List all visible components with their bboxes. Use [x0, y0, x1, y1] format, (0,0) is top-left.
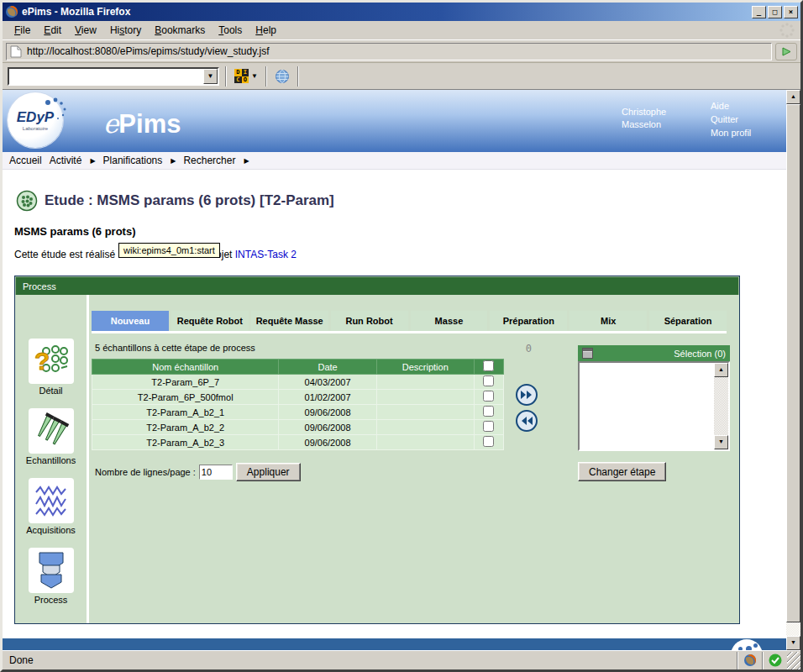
menu-tools[interactable]: Tools — [212, 22, 249, 39]
status-text: Done — [3, 654, 737, 666]
nav-accueil[interactable]: Accueil — [9, 155, 42, 166]
url-field[interactable]: http://localhost:8080/ePims/epims/study/… — [6, 43, 772, 60]
dico-button[interactable]: DICO ▼ — [233, 67, 260, 85]
go-button[interactable] — [775, 43, 797, 60]
search-input[interactable] — [9, 69, 203, 84]
double-arrow-left-icon — [520, 416, 533, 426]
sidebar-label: Process — [15, 595, 87, 605]
tab-preparation[interactable]: Préparation — [490, 311, 567, 331]
change-step-button[interactable]: Changer étape — [578, 462, 666, 481]
selection-actions: Changer étape — [578, 462, 730, 481]
move-right-button[interactable] — [516, 384, 538, 406]
sidebar-label: Echantillons — [15, 455, 87, 465]
firefox-status-button[interactable] — [737, 652, 762, 669]
col-header-description[interactable]: Description — [376, 360, 474, 375]
tab-masse[interactable]: Masse — [411, 311, 488, 331]
selection-header: Sélection (0) — [578, 345, 730, 361]
page-title: Etude : MSMS params (6 prots) [T2-Param] — [45, 192, 334, 209]
col-header-date[interactable]: Date — [279, 360, 376, 375]
firefox-icon — [5, 5, 18, 18]
project-link[interactable]: INTAS-Task 2 — [235, 249, 297, 260]
row-checkbox[interactable] — [483, 391, 494, 402]
dico-dropdown-icon[interactable]: ▼ — [251, 72, 258, 80]
description-prefix: Cette étude est réalisé — [14, 249, 115, 260]
scroll-up-icon[interactable]: ▲ — [714, 363, 728, 377]
tab-requete-masse[interactable]: Requête Masse — [251, 311, 328, 331]
security-status-button[interactable] — [762, 652, 787, 669]
tab-mix[interactable]: Mix — [569, 311, 647, 331]
page-content: Etude : MSMS params (6 prots) [T2-Param]… — [3, 190, 786, 624]
tab-requete-robot[interactable]: Requête Robot — [171, 311, 249, 331]
link-mon-profil[interactable]: Mon profil — [711, 126, 751, 139]
footer-edyp-logo — [731, 639, 763, 650]
svg-text:?: ? — [34, 347, 50, 375]
scroll-down-icon[interactable]: ▼ — [714, 435, 728, 449]
row-checkbox[interactable] — [483, 375, 494, 386]
scroll-down-icon[interactable]: ▼ — [786, 636, 800, 650]
tab-nouveau[interactable]: Nouveau — [92, 311, 169, 331]
maximize-button[interactable]: □ — [768, 6, 782, 18]
throbber-icon — [779, 22, 795, 39]
select-all-checkbox[interactable] — [483, 360, 494, 371]
sidebar-label: Détail — [15, 386, 87, 396]
url-text: http://localhost:8080/ePims/epims/study/… — [27, 45, 270, 57]
minimize-button[interactable]: _ — [752, 6, 766, 18]
menu-edit[interactable]: Edit — [37, 22, 68, 39]
menu-file[interactable]: File — [8, 22, 37, 39]
nav-planifications[interactable]: Planifications▶ — [103, 155, 176, 166]
link-quitter[interactable]: Quitter — [711, 113, 751, 126]
go-arrow-icon — [781, 46, 792, 57]
row-checkbox[interactable] — [483, 436, 494, 447]
process-panel-body: ? Détail — [15, 295, 739, 623]
resize-grip[interactable] — [787, 652, 800, 669]
menu-bookmarks[interactable]: Bookmarks — [148, 22, 212, 39]
nav-activite[interactable]: Activité▶ — [50, 155, 96, 166]
submenu-arrow-icon: ▶ — [171, 157, 176, 165]
selection-listbox[interactable]: ▲ ▼ — [578, 361, 730, 451]
link-aide[interactable]: Aide — [711, 99, 751, 113]
col-header-name[interactable]: Nom échantillon — [92, 360, 279, 375]
browser-scrollbar[interactable]: ▲ ▼ — [786, 90, 800, 650]
rows-per-page-input[interactable] — [199, 465, 233, 480]
app-header: EDyP Laboratoire ePims ChristopheMasselo… — [3, 90, 786, 152]
scroll-up-icon[interactable]: ▲ — [786, 90, 800, 104]
move-arrows — [516, 384, 538, 432]
nav-rechercher[interactable]: Rechercher▶ — [183, 155, 249, 166]
tab-run-robot[interactable]: Run Robot — [331, 311, 408, 331]
page-footer — [3, 638, 786, 650]
menu-view[interactable]: View — [68, 22, 103, 39]
close-button[interactable]: × — [784, 6, 798, 18]
study-description: Cette étude est réaliséojet INTAS-Task 2… — [14, 249, 786, 264]
sidebar-item-acquisitions[interactable]: Acquisitions — [15, 478, 87, 535]
toolbar-separator — [225, 66, 227, 87]
selection-scrollbar[interactable]: ▲ ▼ — [714, 363, 728, 449]
submenu-arrow-icon: ▶ — [244, 157, 249, 165]
window-title: ePims - Mozilla Firefox — [22, 6, 750, 18]
menu-history[interactable]: History — [103, 22, 148, 39]
row-checkbox[interactable] — [483, 421, 494, 432]
logged-in-user: ChristopheMasselon — [622, 106, 701, 131]
wiki-tooltip: wiki:epims4_0m1:start — [118, 243, 220, 258]
scrollbar-thumb[interactable] — [786, 104, 800, 622]
sidebar-item-process[interactable]: Process — [15, 548, 87, 605]
selection-list-icon — [582, 348, 593, 359]
row-checkbox[interactable] — [483, 406, 494, 417]
page-title-row: Etude : MSMS params (6 prots) [T2-Param] — [16, 190, 786, 212]
move-left-button[interactable] — [516, 410, 538, 432]
sample-description — [376, 390, 474, 405]
study-sidebar: ? Détail — [15, 295, 89, 623]
sample-date: 09/06/2008 — [279, 420, 376, 435]
sidebar-item-detail[interactable]: ? Détail — [15, 339, 87, 396]
table-row: T2-Param_A_b2_309/06/2008 — [92, 435, 504, 450]
apply-button[interactable]: Appliquer — [236, 463, 301, 481]
sidebar-label: Acquisitions — [15, 525, 87, 535]
menu-help[interactable]: Help — [249, 22, 283, 39]
combo-dropdown-icon[interactable]: ▼ — [203, 69, 218, 84]
globe-button[interactable] — [273, 67, 291, 86]
sample-name: T2-Param_A_b2_1 — [92, 405, 279, 420]
sidebar-item-echantillons[interactable]: Echantillons — [15, 408, 87, 465]
tab-separation[interactable]: Séparation — [649, 311, 727, 331]
process-icon — [29, 548, 74, 593]
firefox-window: ePims - Mozilla Firefox _ □ × FileEditVi… — [0, 0, 803, 672]
firefox-icon — [743, 654, 757, 667]
